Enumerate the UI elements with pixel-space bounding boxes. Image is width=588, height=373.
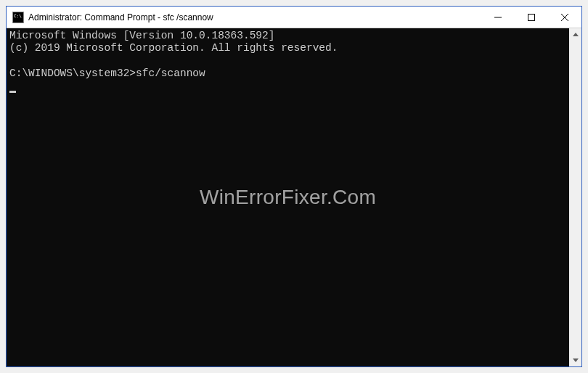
chevron-up-icon [573,33,579,36]
version-line: Microsoft Windows [Version 10.0.18363.59… [9,30,274,41]
minimize-icon [494,14,502,21]
copyright-line: (c) 2019 Microsoft Corporation. All righ… [9,42,338,54]
scroll-up-arrow[interactable] [569,28,581,41]
window-title: Administrator: Command Prompt - sfc /sca… [28,12,481,22]
prompt-line: C:\WINDOWS\system32>sfc/scannow [9,67,205,79]
watermark-text: WinErrorFixer.Com [200,185,376,210]
minimize-button[interactable] [481,7,515,28]
console-output[interactable]: Microsoft Windows [Version 10.0.18363.59… [7,28,569,366]
scroll-track[interactable] [569,41,581,354]
prompt-text: C:\WINDOWS\system32> [9,67,136,79]
window-controls [481,7,581,28]
command-prompt-window: C:\ Administrator: Command Prompt - sfc … [6,6,582,367]
svg-rect-4 [528,14,535,20]
close-icon [561,14,568,21]
chevron-down-icon [573,358,579,362]
maximize-icon [528,14,535,21]
cursor [9,91,16,93]
svg-text:C:\: C:\ [14,13,22,18]
console-area: Microsoft Windows [Version 10.0.18363.59… [7,28,581,366]
cmd-icon: C:\ [12,12,24,23]
scroll-down-arrow[interactable] [569,354,581,366]
vertical-scrollbar[interactable] [569,28,581,366]
command-text: sfc/scannow [136,67,205,79]
titlebar[interactable]: C:\ Administrator: Command Prompt - sfc … [7,7,581,28]
close-button[interactable] [548,7,581,28]
maximize-button[interactable] [515,7,548,28]
